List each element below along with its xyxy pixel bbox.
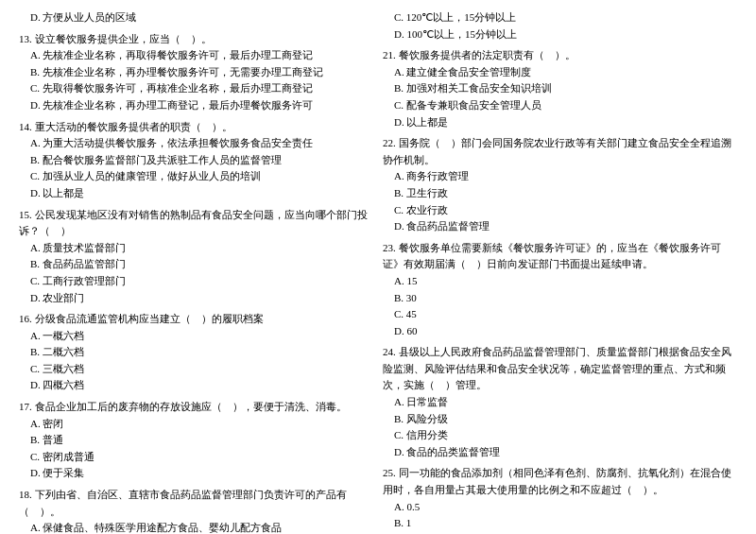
q17-title: 17. 食品企业加工后的废弃物的存放设施应（ ），要便于清洗、消毒。 [19, 399, 373, 416]
question-23: 23. 餐饮服务单位需要新续《餐饮服务许可证》的，应当在《餐饮服务许可证》有效期… [383, 240, 737, 340]
prev-q-option-d: D. 方便从业人员的区域 [19, 9, 373, 26]
q24-title: 24. 县级以上人民政府食品药品监督管理部门、质量监督部门根据食品安全风险监测、… [383, 344, 737, 394]
option-d-prev: D. 方便从业人员的区域 [19, 9, 373, 26]
q17-option-b: B. 普通 [19, 432, 373, 449]
q15-option-c: C. 工商行政管理部门 [19, 273, 373, 290]
q22-option-d: D. 食品药品监督管理 [383, 218, 737, 235]
q23-option-c: C. 45 [383, 306, 737, 323]
q25-title: 25. 同一功能的食品添加剂（相同色泽有色剂、防腐剂、抗氧化剂）在混合使用时，各… [383, 465, 737, 498]
q24-option-d: D. 食品的品类监督管理 [383, 444, 737, 461]
q13-title: 13. 设立餐饮服务提供企业，应当（ ）。 [19, 31, 373, 48]
question-15: 15. 公民发现某地区没有对销售的熟制品有食品安全问题，应当向哪个部门投诉？（ … [19, 207, 373, 307]
q22-title: 22. 国务院（ ）部门会同国务院农业行政等有关部门建立食品安全全程追溯协作机制… [383, 135, 737, 168]
q17-option-c: C. 密闭成普通 [19, 449, 373, 466]
q23-option-a: A. 15 [383, 273, 737, 290]
q22-option-b: B. 卫生行政 [383, 185, 737, 202]
q25-option-a: A. 0.5 [383, 499, 737, 516]
question-24: 24. 县级以上人民政府食品药品监督管理部门、质量监督部门根据食品安全风险监测、… [383, 344, 737, 460]
q16-option-c: C. 三概六档 [19, 361, 373, 378]
q23-title: 23. 餐饮服务单位需要新续《餐饮服务许可证》的，应当在《餐饮服务许可证》有效期… [383, 240, 737, 273]
question-16: 16. 分级食品流通监管机构应当建立（ ）的履职档案 A. 一概六档 B. 二概… [19, 311, 373, 394]
q23-option-b: B. 30 [383, 290, 737, 307]
q15-option-a: A. 质量技术监督部门 [19, 240, 373, 257]
question-22: 22. 国务院（ ）部门会同国务院农业行政等有关部门建立食品安全全程追溯协作机制… [383, 135, 737, 235]
q14-option-b: B. 配合餐饮服务监督部门及共派驻工作人员的监督管理 [19, 152, 373, 169]
q24-option-b: B. 风险分级 [383, 411, 737, 428]
q14-option-d: D. 以上都是 [19, 185, 373, 202]
q21-option-a: A. 建立健全食品安全管理制度 [383, 64, 737, 81]
q17-option-d: D. 便于采集 [19, 465, 373, 482]
question-13: 13. 设立餐饮服务提供企业，应当（ ）。 A. 先核准企业名称，再取得餐饮服务… [19, 31, 373, 114]
right-column: C. 120℃以上，15分钟以上 D. 100℃以上，15分钟以上 21. 餐饮… [383, 9, 737, 534]
q15-title: 15. 公民发现某地区没有对销售的熟制品有食品安全问题，应当向哪个部门投诉？（ … [19, 207, 373, 240]
q20-option-c: C. 120℃以上，15分钟以上 [383, 9, 737, 26]
q24-option-a: A. 日常监督 [383, 394, 737, 411]
q21-option-d: D. 以上都是 [383, 114, 737, 131]
q25-option-b: B. 1 [383, 515, 737, 532]
q16-option-a: A. 一概六档 [19, 328, 373, 345]
q20-cd-block: C. 120℃以上，15分钟以上 D. 100℃以上，15分钟以上 [383, 9, 737, 43]
q17-option-a: A. 密闭 [19, 416, 373, 433]
q21-option-b: B. 加强对相关工食品安全知识培训 [383, 80, 737, 97]
question-25: 25. 同一功能的食品添加剂（相同色泽有色剂、防腐剂、抗氧化剂）在混合使用时，各… [383, 465, 737, 534]
q13-option-c: C. 先取得餐饮服务许可，再核准企业名称，最后办理工商登记 [19, 80, 373, 97]
q15-option-d: D. 农业部门 [19, 290, 373, 307]
q21-title: 21. 餐饮服务提供者的法定职责有（ ）。 [383, 47, 737, 64]
q13-option-a: A. 先核准企业名称，再取得餐饮服务许可，最后办理工商登记 [19, 47, 373, 64]
q18-title: 18. 下列由省、自治区、直辖市食品药品监督管理部门负责许可的产品有（ ）。 [19, 487, 373, 520]
q23-option-d: D. 60 [383, 323, 737, 340]
q24-option-c: C. 信用分类 [383, 427, 737, 444]
q21-option-c: C. 配备专兼职食品安全管理人员 [383, 97, 737, 114]
q14-option-a: A. 为重大活动提供餐饮服务，依法承担餐饮服务食品安全责任 [19, 135, 373, 152]
question-21: 21. 餐饮服务提供者的法定职责有（ ）。 A. 建立健全食品安全管理制度 B.… [383, 47, 737, 130]
q13-option-b: B. 先核准企业名称，再办理餐饮服务许可，无需要办理工商登记 [19, 64, 373, 81]
question-17: 17. 食品企业加工后的废弃物的存放设施应（ ），要便于清洗、消毒。 A. 密闭… [19, 399, 373, 482]
left-column: D. 方便从业人员的区域 13. 设立餐饮服务提供企业，应当（ ）。 A. 先核… [19, 9, 373, 534]
q15-option-b: B. 食品药品监管部门 [19, 256, 373, 273]
q22-option-a: A. 商务行政管理 [383, 168, 737, 185]
q16-option-b: B. 二概六档 [19, 344, 373, 361]
q16-option-d: D. 四概六档 [19, 377, 373, 394]
q16-title: 16. 分级食品流通监管机构应当建立（ ）的履职档案 [19, 311, 373, 328]
q13-option-d: D. 先核准企业名称，再办理工商登记，最后办理餐饮服务许可 [19, 97, 373, 114]
q22-option-c: C. 农业行政 [383, 202, 737, 219]
question-18: 18. 下列由省、自治区、直辖市食品药品监督管理部门负责许可的产品有（ ）。 A… [19, 487, 373, 534]
q14-title: 14. 重大活动的餐饮服务提供者的职责（ ）。 [19, 119, 373, 136]
q20-option-d: D. 100℃以上，15分钟以上 [383, 26, 737, 43]
question-14: 14. 重大活动的餐饮服务提供者的职责（ ）。 A. 为重大活动提供餐饮服务，依… [19, 119, 373, 202]
q18-option-a: A. 保健食品、特殊医学用途配方食品、婴幼儿配方食品 [19, 520, 373, 534]
page-container: D. 方便从业人员的区域 13. 设立餐饮服务提供企业，应当（ ）。 A. 先核… [19, 9, 737, 534]
q14-option-c: C. 加强从业人员的健康管理，做好从业人员的培训 [19, 168, 373, 185]
main-content: D. 方便从业人员的区域 13. 设立餐饮服务提供企业，应当（ ）。 A. 先核… [19, 9, 737, 534]
